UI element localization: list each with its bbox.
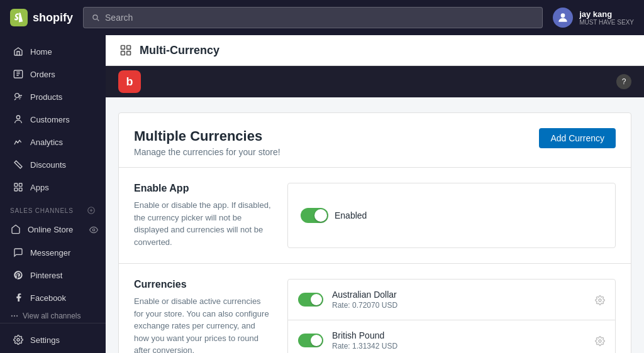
sidebar-item-online-store[interactable]: Online Store <box>6 221 84 237</box>
sidebar-item-products-label: Products <box>30 92 62 102</box>
sidebar-item-products[interactable]: Products <box>3 86 103 107</box>
view-all-label: View all channels <box>23 312 81 320</box>
sidebar-item-pinterest[interactable]: Pinterest <box>3 264 103 286</box>
app-banner: b ? <box>106 66 644 97</box>
svg-rect-4 <box>14 183 18 187</box>
svg-rect-15 <box>127 46 131 50</box>
search-input[interactable] <box>105 13 535 23</box>
settings-icon <box>13 334 24 345</box>
sidebar-item-discounts-label: Discounts <box>30 160 66 170</box>
currency-item-aud: Australian Dollar Rate: 0.72070 USD <box>288 280 615 320</box>
sidebar-item-apps-label: Apps <box>30 183 49 192</box>
currencies-section: Currencies Enable or disable active curr… <box>119 263 631 353</box>
enable-app-left: Enable App Enable or disable the app. If… <box>134 183 272 248</box>
svg-point-18 <box>599 299 601 301</box>
discounts-icon <box>13 159 24 170</box>
currency-toggle-aud[interactable] <box>298 293 323 307</box>
main-content: Multi-Currency b ? Multiple Currencies M… <box>106 35 644 353</box>
facebook-icon <box>13 292 24 303</box>
enable-app-toggle[interactable] <box>301 208 328 223</box>
page-header: Multi-Currency <box>106 35 644 66</box>
main-card: Multiple Currencies Manage the currencie… <box>118 112 631 353</box>
orders-icon <box>13 68 24 80</box>
sales-channels-label: SALES CHANNELS <box>0 198 106 217</box>
help-button[interactable]: ? <box>616 74 631 89</box>
settings-label: Settings <box>30 335 60 345</box>
svg-rect-17 <box>127 52 131 55</box>
currency-gear-gbp[interactable] <box>595 335 605 346</box>
sidebar-bottom: Settings <box>0 323 106 351</box>
currency-info-aud: Australian Dollar Rate: 0.72070 USD <box>332 290 595 310</box>
sidebar-item-orders-label: Orders <box>30 70 55 79</box>
svg-point-11 <box>14 315 14 316</box>
currency-name-aud: Australian Dollar <box>332 290 595 300</box>
analytics-icon <box>13 136 24 148</box>
sidebar-item-home-label: Home <box>30 47 52 57</box>
add-currency-button[interactable]: Add Currency <box>539 128 616 148</box>
sidebar: Home Orders Products Customers Analytics <box>0 35 106 353</box>
svg-rect-14 <box>121 46 125 50</box>
user-name: jay kang <box>579 9 634 19</box>
view-all-channels[interactable]: View all channels <box>0 309 106 323</box>
currency-item-gbp: British Pound Rate: 1.31342 USD <box>288 320 615 353</box>
currency-gear-aud[interactable] <box>595 294 605 305</box>
eye-icon[interactable] <box>84 224 103 235</box>
svg-point-3 <box>16 116 19 119</box>
shopify-logo-icon <box>10 9 28 26</box>
shopify-logo[interactable]: shopify <box>10 9 73 26</box>
page-title: Multi-Currency <box>140 44 219 57</box>
toggle-label: Enabled <box>335 210 367 220</box>
add-channel-icon[interactable] <box>87 206 96 215</box>
currency-rate-gbp: Rate: 1.31342 USD <box>332 342 595 350</box>
pinterest-icon <box>13 269 24 281</box>
online-store-label: Online Store <box>28 225 73 234</box>
avatar <box>553 8 573 28</box>
svg-point-9 <box>92 229 95 231</box>
mc-subtitle: Manage the currencies for your store! <box>134 147 280 157</box>
currencies-desc: Enable or disable active currencies for … <box>134 295 272 353</box>
sidebar-item-discounts[interactable]: Discounts <box>3 154 103 175</box>
enable-app-right: Enabled <box>287 183 616 248</box>
svg-rect-16 <box>121 52 125 55</box>
svg-point-13 <box>17 339 19 341</box>
customers-icon <box>13 114 24 125</box>
sidebar-item-facebook[interactable]: Facebook <box>3 287 103 308</box>
sidebar-item-messenger[interactable]: Messenger <box>3 242 103 263</box>
enable-app-desc: Enable or disable the app. If disabled, … <box>134 199 272 248</box>
messenger-label: Messenger <box>30 248 70 258</box>
top-navigation: shopify jay kang MUST HAVE SEXY <box>0 0 644 35</box>
online-store-icon <box>10 224 21 235</box>
search-bar[interactable] <box>83 7 543 28</box>
home-icon <box>13 46 24 57</box>
app-banner-logo: b <box>118 70 141 93</box>
sidebar-item-customers[interactable]: Customers <box>3 109 103 130</box>
svg-point-0 <box>561 13 565 18</box>
currencies-left: Currencies Enable or disable active curr… <box>134 279 272 353</box>
messenger-icon <box>13 247 24 258</box>
currencies-list: Australian Dollar Rate: 0.72070 USD <box>287 279 616 353</box>
mc-header: Multiple Currencies Manage the currencie… <box>119 113 631 167</box>
sidebar-item-apps[interactable]: Apps <box>3 176 103 198</box>
products-icon <box>13 91 24 102</box>
user-info: jay kang MUST HAVE SEXY <box>553 8 634 28</box>
page-header-icon <box>118 43 133 58</box>
sidebar-item-customers-label: Customers <box>30 115 70 124</box>
currency-toggle-gbp[interactable] <box>298 334 323 347</box>
sidebar-item-orders[interactable]: Orders <box>3 63 103 85</box>
sidebar-item-home[interactable]: Home <box>3 41 103 62</box>
app-body: Home Orders Products Customers Analytics <box>0 35 644 353</box>
shopify-logo-text: shopify <box>33 11 73 24</box>
sidebar-item-analytics[interactable]: Analytics <box>3 131 103 153</box>
user-text: jay kang MUST HAVE SEXY <box>579 9 634 26</box>
currency-rate-aud: Rate: 0.72070 USD <box>332 301 595 310</box>
mc-title: Multiple Currencies <box>134 128 280 144</box>
pinterest-label: Pinterest <box>30 271 62 280</box>
currency-name-gbp: British Pound <box>332 330 595 340</box>
svg-rect-7 <box>19 188 22 191</box>
sidebar-item-settings[interactable]: Settings <box>3 329 103 350</box>
svg-rect-6 <box>14 188 18 191</box>
enable-app-title: Enable App <box>134 183 272 194</box>
facebook-label: Facebook <box>30 293 66 303</box>
currency-info-gbp: British Pound Rate: 1.31342 USD <box>332 330 595 350</box>
toggle-container: Enabled <box>301 208 367 223</box>
